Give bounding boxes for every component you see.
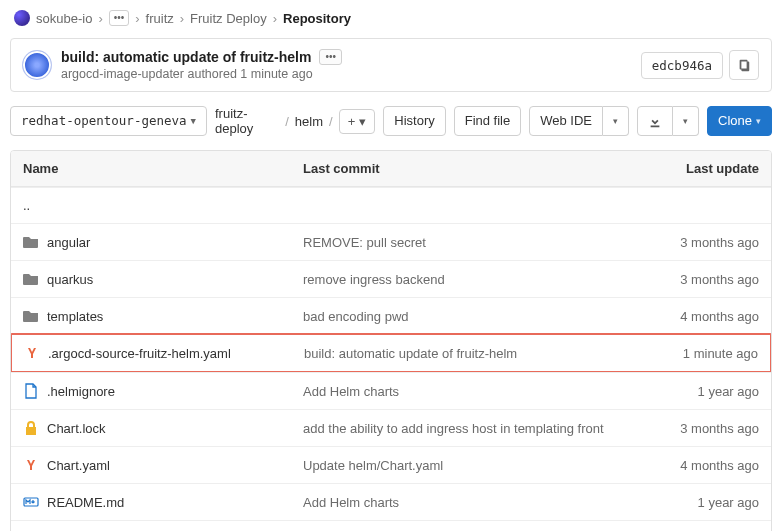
commit-more-button[interactable]: •••: [319, 49, 342, 65]
table-row[interactable]: Chart.lockadd the ability to add ingress…: [11, 409, 771, 446]
history-button[interactable]: History: [383, 106, 445, 136]
file-updated: 1 year ago: [629, 384, 759, 399]
path-segment[interactable]: helm: [295, 114, 323, 129]
add-tree-button[interactable]: + ▾: [339, 109, 376, 134]
table-row[interactable]: .argocd-source-fruitz-helm.yamlbuild: au…: [10, 333, 772, 373]
chevron-down-icon: ▾: [359, 114, 366, 129]
md-icon: [23, 494, 39, 510]
yaml-icon: [24, 345, 40, 361]
file-updated: 4 months ago: [629, 309, 759, 324]
file-updated: 3 months ago: [629, 235, 759, 250]
find-file-button[interactable]: Find file: [454, 106, 522, 136]
commit-author-avatar-icon: [23, 51, 51, 79]
file-last-commit[interactable]: remove ingress backend: [303, 272, 629, 287]
commit-when: 1 minute ago: [240, 67, 312, 81]
file-last-commit[interactable]: add the ability to add ingress host in t…: [303, 421, 629, 436]
file-updated: 1 year ago: [629, 495, 759, 510]
download-group: ▾: [637, 106, 699, 136]
yaml-icon: [23, 457, 39, 473]
up-directory-row[interactable]: ..: [11, 187, 771, 223]
clone-button[interactable]: Clone ▾: [707, 106, 772, 136]
table-row[interactable]: quarkusremove ingress backend3 months ag…: [11, 260, 771, 297]
table-row[interactable]: Chart.yamlUpdate helm/Chart.yaml4 months…: [11, 446, 771, 483]
webide-button[interactable]: Web IDE: [529, 106, 603, 136]
commit-title[interactable]: build: automatic update of fruitz-helm: [61, 49, 311, 65]
commit-sha[interactable]: edcb946a: [641, 52, 723, 79]
lock-icon: [23, 420, 39, 436]
file-last-commit[interactable]: REMOVE: pull secret: [303, 235, 629, 250]
table-row[interactable]: values.yamlAutomatic update 1.0-SNAPSHOT…: [11, 520, 771, 531]
repo-toolbar: redhat-opentour-geneva ▼ fruitz-deploy /…: [10, 106, 772, 136]
chevron-down-icon: ▾: [683, 113, 688, 129]
breadcrumb-sep-icon: ›: [98, 11, 102, 26]
chevron-down-icon: ▾: [613, 113, 618, 129]
breadcrumb: sokube-io › ••• › fruitz › Fruitz Deploy…: [0, 0, 782, 34]
file-tree-table: Name Last commit Last update .. angularR…: [10, 150, 772, 531]
file-updated: 1 minute ago: [628, 346, 758, 361]
file-name[interactable]: angular: [47, 235, 90, 250]
breadcrumb-root[interactable]: sokube-io: [36, 11, 92, 26]
group-avatar-icon: [14, 10, 30, 26]
folder-icon: [23, 308, 39, 324]
doc-blue-icon: [23, 383, 39, 399]
breadcrumb-sep-icon: ›: [273, 11, 277, 26]
table-row[interactable]: angularREMOVE: pull secret3 months ago: [11, 223, 771, 260]
download-button[interactable]: [637, 106, 673, 136]
chevron-down-icon: ▼: [191, 113, 196, 129]
breadcrumb-item[interactable]: fruitz: [146, 11, 174, 26]
col-updated: Last update: [629, 161, 759, 176]
col-commit: Last commit: [303, 161, 629, 176]
table-header: Name Last commit Last update: [11, 151, 771, 187]
file-name[interactable]: README.md: [47, 495, 124, 510]
copy-icon: [737, 58, 751, 72]
breadcrumb-item[interactable]: Fruitz Deploy: [190, 11, 267, 26]
breadcrumb-ellipsis-button[interactable]: •••: [109, 10, 130, 26]
file-last-commit[interactable]: Update helm/Chart.yaml: [303, 458, 629, 473]
breadcrumb-item-current: Repository: [283, 11, 351, 26]
file-name[interactable]: .helmignore: [47, 384, 115, 399]
file-updated: 3 months ago: [629, 421, 759, 436]
folder-icon: [23, 234, 39, 250]
file-last-commit[interactable]: Add Helm charts: [303, 495, 629, 510]
col-name: Name: [23, 161, 303, 176]
breadcrumb-sep-icon: ›: [135, 11, 139, 26]
download-dropdown-button[interactable]: ▾: [673, 106, 699, 136]
chevron-down-icon: ▾: [756, 113, 761, 129]
branch-select[interactable]: redhat-opentour-geneva ▼: [10, 106, 207, 136]
table-row[interactable]: templatesbad encoding pwd4 months ago: [11, 297, 771, 334]
webide-group: Web IDE ▾: [529, 106, 629, 136]
commit-meta: argocd-image-updater authored 1 minute a…: [61, 67, 342, 81]
file-updated: 3 months ago: [629, 272, 759, 287]
file-name[interactable]: quarkus: [47, 272, 93, 287]
file-updated: 4 months ago: [629, 458, 759, 473]
copy-sha-button[interactable]: [729, 50, 759, 80]
file-name[interactable]: templates: [47, 309, 103, 324]
table-row[interactable]: README.mdAdd Helm charts1 year ago: [11, 483, 771, 520]
file-name[interactable]: .argocd-source-fruitz-helm.yaml: [48, 346, 231, 361]
path-breadcrumb: fruitz-deploy / helm / + ▾: [215, 106, 375, 136]
breadcrumb-sep-icon: ›: [180, 11, 184, 26]
commit-author[interactable]: argocd-image-updater: [61, 67, 184, 81]
file-name[interactable]: Chart.yaml: [47, 458, 110, 473]
table-row[interactable]: .helmignoreAdd Helm charts1 year ago: [11, 372, 771, 409]
last-commit-panel: build: automatic update of fruitz-helm •…: [10, 38, 772, 92]
webide-dropdown-button[interactable]: ▾: [603, 106, 629, 136]
folder-icon: [23, 271, 39, 287]
path-segment[interactable]: fruitz-deploy: [215, 106, 279, 136]
file-name[interactable]: Chart.lock: [47, 421, 106, 436]
file-last-commit[interactable]: Add Helm charts: [303, 384, 629, 399]
file-last-commit[interactable]: bad encoding pwd: [303, 309, 629, 324]
download-icon: [648, 114, 662, 128]
file-last-commit[interactable]: build: automatic update of fruitz-helm: [304, 346, 628, 361]
